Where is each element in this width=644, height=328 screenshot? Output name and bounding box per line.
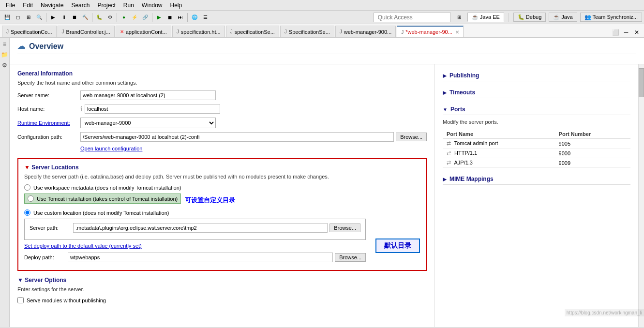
tab-label-7: *web-manager-90... [405, 29, 452, 35]
tab-maximize[interactable]: ⬜ [611, 28, 620, 37]
server-name-input[interactable] [80, 90, 216, 100]
serve-modules-row: Serve modules without publishing [17, 297, 427, 303]
tab-3[interactable]: J specification.ht... [172, 26, 225, 37]
config-path-label: Configuration path: [17, 134, 80, 140]
sidebar-icon-2[interactable]: 📁 [0, 50, 9, 59]
deploy-path-browse[interactable]: Browse... [335, 253, 366, 262]
tab-4[interactable]: J specificationSe... [226, 26, 279, 37]
tab-minimize[interactable]: ─ [621, 28, 631, 37]
port-number-ajp[interactable]: 9009 [555, 158, 630, 168]
deploy-default-link[interactable]: Set deploy path to the default value (cu… [24, 243, 366, 249]
tab-1[interactable]: J BrandController.j... [58, 26, 115, 37]
toolbar-btn-ext4[interactable]: ◼ [165, 13, 175, 22]
perspective-team[interactable]: 👥 Team Synchroniz... [580, 13, 642, 22]
host-name-input[interactable] [85, 104, 220, 114]
toolbar-btn-ext7[interactable]: ☰ [200, 13, 210, 22]
toolbar-btn-1[interactable]: ◻ [13, 13, 23, 22]
toolbar-perspectives-icon[interactable]: ⊞ [454, 13, 464, 22]
perspective-debug[interactable]: 🐛 Debug [513, 13, 546, 22]
tab-icon-6: J [340, 29, 342, 34]
toolbar-btn-ext6[interactable]: 🌐 [190, 13, 199, 22]
overview-left: General Information Specify the host nam… [10, 64, 435, 327]
overview-right: ▶ Publishing ▶ Timeouts ▼ Ports [435, 64, 638, 327]
timeouts-title: Timeouts [449, 89, 475, 96]
radio-tomcat-row: Use Tomcat installation (takes control o… [24, 194, 420, 207]
default-dir-callout: 默认目录 [371, 239, 420, 253]
toolbar-pause[interactable]: ⏸ [59, 13, 69, 22]
perspective-javaee[interactable]: ☕ Java EE [467, 13, 504, 22]
sidebar-icon-1[interactable]: ≡ [2, 40, 7, 48]
default-dir-text: 默认目录 [375, 239, 420, 253]
menu-window[interactable]: Window [138, 1, 166, 10]
ports-header[interactable]: ▼ Ports [443, 104, 630, 115]
menu-help[interactable]: Help [166, 1, 186, 10]
toolbar-run2[interactable]: ▶ [154, 13, 164, 22]
serve-modules-checkbox[interactable] [17, 297, 24, 303]
menu-navigate[interactable]: Navigate [37, 1, 67, 10]
tab-7[interactable]: J *web-manager-90... ✕ [397, 26, 464, 37]
general-info-title: General Information [17, 70, 427, 77]
publishing-header[interactable]: ▶ Publishing [443, 70, 630, 81]
server-path-input[interactable] [73, 223, 328, 233]
toolbar-btn-ext1[interactable]: ⚙ [105, 13, 115, 22]
port-icon-http: ⇄ [447, 150, 451, 156]
mime-header[interactable]: ▶ MIME Mappings [443, 174, 630, 185]
radio-custom-container: Use custom location (does not modify Tom… [24, 209, 420, 265]
menu-edit[interactable]: Edit [19, 1, 37, 10]
toolbar-btn-ext3[interactable]: 🔗 [140, 13, 150, 22]
menu-file[interactable]: File [2, 1, 19, 10]
tab-close-7[interactable]: ✕ [455, 30, 459, 35]
menu-run[interactable]: Run [120, 1, 138, 10]
menu-project[interactable]: Project [93, 1, 119, 10]
toolbar-btn-3[interactable]: 🔍 [34, 13, 44, 22]
overview-content: General Information Specify the host nam… [10, 64, 644, 327]
radio-tomcat-input[interactable] [28, 195, 34, 202]
toolbar-build[interactable]: 🔨 [80, 13, 90, 22]
tab-0[interactable]: J SpecificationCo... [2, 26, 57, 37]
tab-icon-5: J [285, 29, 287, 34]
toolbar-save[interactable]: 💾 [2, 13, 12, 22]
radio-workspace-input[interactable] [24, 184, 30, 191]
sidebar-icon-3[interactable]: ⚙ [1, 61, 8, 70]
toolbar-btn-ext5[interactable]: ⏭ [176, 13, 185, 22]
toolbar-debug[interactable]: 🐛 [94, 13, 104, 22]
menu-search[interactable]: Search [67, 1, 93, 10]
config-path-row: Configuration path: Browse... [17, 132, 427, 142]
runtime-env-select[interactable]: web-manager-9000 [80, 118, 216, 128]
tab-6[interactable]: J web-manager-900... [335, 26, 396, 37]
tab-5[interactable]: J SpecificationSe... [280, 26, 334, 37]
right-scrollbar[interactable] [638, 64, 644, 327]
open-launch-link[interactable]: Open launch configuration [80, 146, 142, 151]
radio-workspace-label: Use workspace metadata (does not modify … [33, 185, 181, 191]
mime-section: ▶ MIME Mappings [443, 174, 630, 185]
scrollbar-thumb[interactable] [639, 68, 644, 97]
toolbar-run[interactable]: ▶ [48, 13, 58, 22]
port-number-http[interactable]: 9000 [555, 149, 630, 158]
radio-custom-option: Use custom location (does not modify Tom… [24, 209, 366, 216]
timeouts-expand-icon: ▶ [443, 90, 447, 95]
tab-label-1: BrandController.j... [66, 29, 110, 35]
tab-close-editor[interactable]: ✕ [632, 28, 642, 37]
host-name-label: Host name: [17, 106, 80, 112]
perspective-java[interactable]: ☕ Java [549, 13, 577, 22]
server-path-browse[interactable]: Browse... [329, 224, 360, 232]
radio-tomcat-highlighted: Use Tomcat installation (takes control o… [24, 194, 181, 204]
ports-table: Port Name Port Number ⇄ Tomcat admin por… [443, 130, 630, 168]
perspective-sep [509, 13, 509, 22]
timeouts-header[interactable]: ▶ Timeouts [443, 87, 630, 98]
server-path-row: Server path: Browse... [30, 223, 360, 233]
toolbar-btn-2[interactable]: ⊞ [24, 13, 33, 22]
toolbar-green[interactable]: ● [119, 13, 129, 22]
tab-label-3: specification.ht... [181, 29, 221, 35]
config-browse-btn[interactable]: Browse... [396, 133, 427, 141]
toolbar-stop[interactable]: ⏹ [70, 13, 79, 22]
tab-2[interactable]: ✕ applicationCont... [116, 26, 171, 37]
toolbar-btn-ext2[interactable]: ⚡ [130, 13, 139, 22]
config-path-input[interactable] [80, 132, 394, 142]
radio-custom-input[interactable] [24, 209, 30, 216]
quick-access-input[interactable] [374, 13, 451, 22]
port-number-admin[interactable]: 9005 [555, 139, 630, 149]
server-options-desc: Enter settings for the server. [17, 286, 427, 292]
runtime-env-label[interactable]: Runtime Environment: [17, 120, 80, 126]
deploy-path-input[interactable] [68, 253, 333, 262]
